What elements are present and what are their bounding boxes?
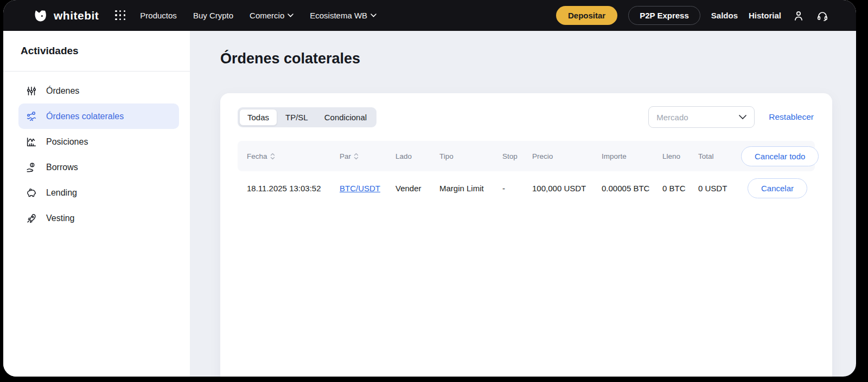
top-navbar: whitebit Productos Buy Crypto Comercio E… xyxy=(3,0,856,31)
nav-item-historial[interactable]: Historial xyxy=(749,11,781,20)
cell-precio: 100,000 USDT xyxy=(532,184,602,193)
col-header-fecha[interactable]: Fecha xyxy=(247,152,340,160)
page-body: Actividades Órdenes xyxy=(3,31,856,377)
p2p-express-button[interactable]: P2P Express xyxy=(628,6,700,25)
cell-total: 0 USDT xyxy=(698,184,741,193)
rocket-icon xyxy=(25,212,38,225)
sidebar-item-label: Lending xyxy=(46,188,77,198)
cancel-order-button[interactable]: Cancelar xyxy=(748,178,807,198)
page-title: Órdenes colaterales xyxy=(220,50,856,67)
chevron-down-icon xyxy=(739,115,746,120)
nav-item-productos[interactable]: Productos xyxy=(140,11,177,20)
tab-condicional[interactable]: Condicional xyxy=(316,109,375,126)
sidebar-item-ordenes-colaterales[interactable]: Órdenes colaterales xyxy=(18,103,179,129)
sidebar-title: Actividades xyxy=(18,45,179,57)
apps-grid-icon[interactable] xyxy=(115,10,126,21)
market-select[interactable]: Mercado xyxy=(648,106,755,128)
col-header-par[interactable]: Par xyxy=(340,152,395,160)
sidebar-item-lending[interactable]: Lending xyxy=(18,180,179,205)
whitebit-logo-icon xyxy=(33,8,49,24)
market-select-placeholder: Mercado xyxy=(656,113,688,122)
borrow-hand-icon xyxy=(25,161,38,174)
chevron-down-icon xyxy=(288,14,293,17)
sidebar-divider xyxy=(3,71,190,72)
piggy-bank-icon xyxy=(25,186,38,199)
tab-todas[interactable]: Todas xyxy=(239,109,277,126)
collateral-orders-icon xyxy=(25,110,38,123)
sliders-icon xyxy=(25,85,38,98)
main-content: Órdenes colaterales Todas TP/SL Condicio… xyxy=(190,31,856,377)
positions-chart-icon xyxy=(25,135,38,148)
user-profile-icon[interactable] xyxy=(792,9,805,22)
sidebar-item-posiciones[interactable]: Posiciones xyxy=(18,129,179,154)
orders-table: Fecha Par Lado Tipo Stop Precio Importe … xyxy=(238,141,815,205)
col-header-total: Total xyxy=(698,152,741,160)
reset-link[interactable]: Restablecer xyxy=(769,112,814,122)
nav-item-ecosistema-wb[interactable]: Ecosistema WB xyxy=(310,11,376,20)
nav-links: Productos Buy Crypto Comercio Ecosistema… xyxy=(140,11,376,20)
sort-icon[interactable] xyxy=(270,153,275,160)
sidebar-item-borrows[interactable]: Borrows xyxy=(18,154,179,180)
cell-tipo: Margin Limit xyxy=(439,184,502,193)
support-headphones-icon[interactable] xyxy=(816,9,829,22)
card-controls: Todas TP/SL Condicional Mercado Restable… xyxy=(238,106,815,128)
col-header-lleno: Lleno xyxy=(662,152,698,160)
col-header-importe: Importe xyxy=(602,152,662,160)
chevron-down-icon xyxy=(371,14,376,17)
pair-link[interactable]: BTC/USDT xyxy=(340,184,380,193)
sidebar-item-vesting[interactable]: Vesting xyxy=(18,205,179,231)
sidebar-item-label: Órdenes colaterales xyxy=(46,112,124,121)
col-header-tipo: Tipo xyxy=(439,152,502,160)
sidebar-item-ordenes[interactable]: Órdenes xyxy=(18,78,179,103)
orders-card: Todas TP/SL Condicional Mercado Restable… xyxy=(220,93,832,377)
col-header-stop: Stop xyxy=(502,152,532,160)
cell-lleno: 0 BTC xyxy=(662,184,698,193)
filter-controls: Mercado Restablecer xyxy=(648,106,814,128)
cell-lado: Vender xyxy=(395,184,439,193)
cancel-all-button[interactable]: Cancelar todo xyxy=(741,146,819,166)
cell-stop: - xyxy=(502,184,532,193)
cell-fecha: 18.11.2025 13:03:52 xyxy=(247,184,340,193)
sidebar-item-label: Borrows xyxy=(46,163,78,172)
nav-item-saldos[interactable]: Saldos xyxy=(711,11,738,20)
orders-tab-group: Todas TP/SL Condicional xyxy=(238,107,376,127)
cell-importe: 0.00005 BTC xyxy=(602,184,662,193)
sidebar-item-label: Vesting xyxy=(46,213,74,223)
table-header-row: Fecha Par Lado Tipo Stop Precio Importe … xyxy=(238,141,815,171)
nav-item-buy-crypto[interactable]: Buy Crypto xyxy=(193,11,233,20)
tab-tpsl[interactable]: TP/SL xyxy=(277,109,316,126)
sort-icon[interactable] xyxy=(354,153,359,160)
app-window: whitebit Productos Buy Crypto Comercio E… xyxy=(3,0,856,377)
sidebar-item-label: Órdenes xyxy=(46,86,79,96)
table-row: 18.11.2025 13:03:52 BTC/USDT Vender Marg… xyxy=(238,171,815,205)
sidebar: Actividades Órdenes xyxy=(3,31,190,377)
deposit-button[interactable]: Depositar xyxy=(556,6,617,25)
sidebar-item-label: Posiciones xyxy=(46,137,88,147)
col-header-lado: Lado xyxy=(395,152,439,160)
logo-wordmark: whitebit xyxy=(54,9,99,22)
col-header-precio: Precio xyxy=(532,152,602,160)
whitebit-logo[interactable]: whitebit xyxy=(33,8,99,24)
navbar-right: Depositar P2P Express Saldos Historial xyxy=(556,6,829,25)
nav-item-comercio[interactable]: Comercio xyxy=(250,11,293,20)
